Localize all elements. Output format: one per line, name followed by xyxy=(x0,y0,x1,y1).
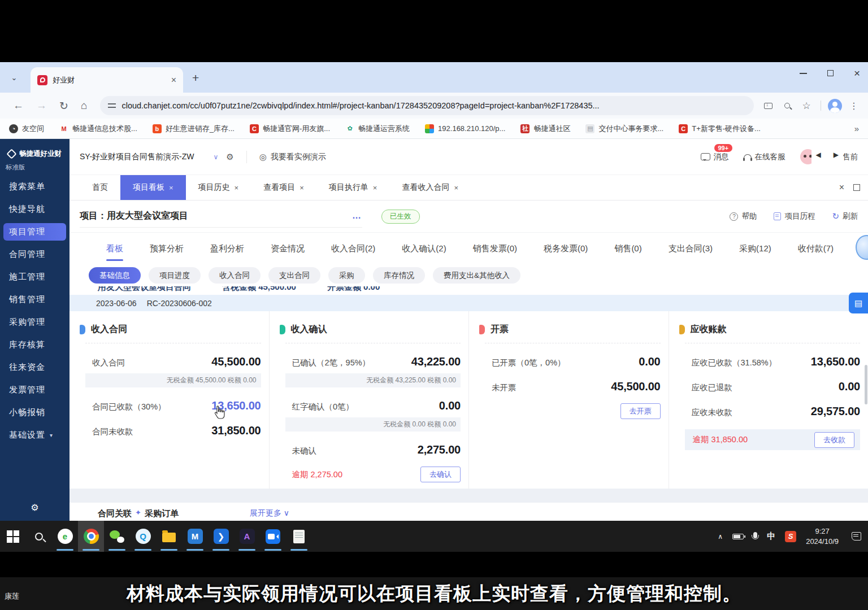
ime-indicator[interactable]: 中 xyxy=(767,531,775,542)
page-tab-project-order[interactable]: 项目执行单× xyxy=(316,175,390,200)
video-meeting-app[interactable] xyxy=(260,521,286,552)
sidebar-item-invoice-mgmt[interactable]: 发票管理 xyxy=(0,378,70,401)
search-button[interactable] xyxy=(26,521,52,552)
bookmark-item[interactable]: 192.168.210.120/p... xyxy=(425,124,505,133)
chevron-down-icon[interactable]: ∨ xyxy=(213,153,218,161)
home-button[interactable]: ⌂ xyxy=(81,99,87,112)
page-tab-view-project[interactable]: 查看项目× xyxy=(251,175,316,200)
go-button[interactable]: 去收款 xyxy=(814,432,854,448)
chrome-browser[interactable] xyxy=(78,521,104,552)
bookmark-item[interactable]: C畅捷通官网-用友旗... xyxy=(250,124,330,134)
sidebar-item-contract-mgmt[interactable]: 合同管理 xyxy=(0,243,70,265)
bookmark-item[interactable]: ◔友空间 xyxy=(9,124,44,134)
bookmark-item[interactable]: 社畅捷通社区 xyxy=(520,124,570,134)
browser-profile-avatar[interactable] xyxy=(828,99,842,113)
section-chip[interactable]: 采购 xyxy=(328,267,365,284)
microphone-icon[interactable] xyxy=(753,532,757,538)
detail-tab[interactable]: 收付款(7) xyxy=(798,233,834,264)
tabs-scroll-right-icon[interactable]: ▶ xyxy=(834,151,839,159)
detail-tab[interactable]: 收入确认(2) xyxy=(402,233,446,264)
detail-tab[interactable]: 税务发票(0) xyxy=(544,233,588,264)
wechat-app[interactable] xyxy=(104,521,130,552)
page-tab-project-kanban[interactable]: 项目看板× xyxy=(120,175,186,200)
detail-tab[interactable]: 盈利分析 xyxy=(210,233,244,264)
qq-browser[interactable]: Q xyxy=(130,521,156,552)
back-button[interactable]: ← xyxy=(13,99,24,112)
workspace-settings-icon[interactable]: ⚙ xyxy=(226,152,233,162)
battery-icon[interactable] xyxy=(732,534,744,539)
detail-tab[interactable]: 预算分析 xyxy=(150,233,184,264)
project-more-icon[interactable]: … xyxy=(352,211,362,221)
ie-browser[interactable]: e xyxy=(52,521,78,552)
install-app-icon[interactable] xyxy=(761,103,775,109)
close-icon[interactable]: × xyxy=(373,184,377,192)
detail-tab[interactable]: 采购(12) xyxy=(739,233,771,264)
close-all-tabs-icon[interactable]: × xyxy=(839,182,844,193)
notepad-app[interactable] xyxy=(286,521,312,552)
bookmark-item[interactable]: ✿畅捷通运营系统 xyxy=(345,124,410,134)
tab-close-icon[interactable]: × xyxy=(171,75,176,85)
new-tab-button[interactable]: + xyxy=(192,71,199,85)
feather-app[interactable]: ❯ xyxy=(208,521,234,552)
bookmark-star-icon[interactable]: ☆ xyxy=(799,100,814,112)
floating-form-button[interactable]: ▤ xyxy=(849,293,868,313)
go-button[interactable]: 去开票 xyxy=(620,403,661,419)
sidebar-item-search-menu[interactable]: 搜索菜单 xyxy=(0,175,70,198)
window-close-button[interactable]: × xyxy=(854,68,860,79)
detail-tab[interactable]: 收入合同(2) xyxy=(331,233,375,264)
bookmark-item[interactable]: M畅捷通信息技术股... xyxy=(59,124,137,134)
section-chip[interactable]: 项目进度 xyxy=(149,267,201,284)
section-chip[interactable]: 支出合同 xyxy=(268,267,320,284)
sidebar-item-inventory-accounting[interactable]: 库存核算 xyxy=(0,333,70,356)
sidebar-item-sales-mgmt[interactable]: 销售管理 xyxy=(0,288,70,311)
page-tab-view-income-contract[interactable]: 查看收入合同× xyxy=(389,175,471,200)
project-history-button[interactable]: 项目历程 xyxy=(774,211,815,221)
sidebar-item-project-mgmt[interactable]: 项目管理 xyxy=(3,223,66,241)
sidebar-item-funds[interactable]: 往来资金 xyxy=(0,356,70,378)
bookmark-item[interactable]: b好生意进销存_库存... xyxy=(153,124,235,134)
sidebar-gear-icon[interactable]: ⚙ xyxy=(0,502,70,513)
zoom-search-icon[interactable] xyxy=(780,103,795,108)
sidebar-item-basic-settings[interactable]: 基础设置▾ xyxy=(0,424,70,446)
site-settings-icon[interactable] xyxy=(108,103,116,108)
close-icon[interactable]: × xyxy=(235,184,239,192)
notification-center-icon[interactable] xyxy=(852,532,861,541)
page-tab-home[interactable]: 首页 xyxy=(80,175,120,200)
expand-more-link[interactable]: 展开更多 ∨ xyxy=(250,508,289,518)
sidebar-item-construction-mgmt[interactable]: 施工管理 xyxy=(0,265,70,288)
m-docs-app[interactable]: M xyxy=(182,521,208,552)
sogou-input-icon[interactable]: S xyxy=(785,531,796,542)
sidebar-item-quick-nav[interactable]: 快捷导航 xyxy=(0,198,70,220)
close-icon[interactable]: × xyxy=(169,184,173,192)
bookmarks-overflow-icon[interactable]: » xyxy=(854,124,859,133)
browser-tab[interactable]: 好业财 × xyxy=(31,67,183,93)
detail-tab[interactable]: 销售发票(0) xyxy=(473,233,517,264)
bookmark-item[interactable]: ▤交付中心事务要求... xyxy=(585,124,663,134)
scrollbar-thumb[interactable] xyxy=(865,365,867,404)
window-minimize-button[interactable] xyxy=(800,73,807,74)
detail-tab[interactable]: 看板 xyxy=(106,233,123,264)
sidebar-item-purchase-mgmt[interactable]: 采购管理 xyxy=(0,311,70,333)
file-explorer[interactable] xyxy=(156,521,182,552)
help-button[interactable]: ?帮助 xyxy=(730,211,757,221)
bookmark-item[interactable]: CT+新零售-硬件设备... xyxy=(679,124,761,134)
support-button[interactable]: 在线客服 xyxy=(744,152,785,162)
section-chip[interactable]: 基础信息 xyxy=(89,267,141,284)
close-icon[interactable]: × xyxy=(300,184,304,192)
section-chip[interactable]: 费用支出&其他收入 xyxy=(433,267,520,284)
close-icon[interactable]: × xyxy=(454,184,458,192)
section-chip[interactable]: 库存情况 xyxy=(373,267,425,284)
workspace-selector[interactable]: SY-好业财项目合同售前演示-ZW xyxy=(80,152,194,162)
go-button[interactable]: 去确认 xyxy=(420,467,461,482)
forward-button[interactable]: → xyxy=(36,99,47,112)
address-bar[interactable]: cloud.chanjet.com/cc/u0f07putz1ne/2cwbiv… xyxy=(100,96,754,115)
browser-menu-icon[interactable]: ⋮ xyxy=(847,101,861,111)
tab-search-chevron-icon[interactable]: ⌄ xyxy=(7,70,21,85)
refresh-button[interactable]: ↻刷新 xyxy=(832,211,858,221)
taskbar-clock[interactable]: 9:27 2024/10/9 xyxy=(806,526,839,546)
tray-chevron-up-icon[interactable]: ∧ xyxy=(718,533,723,541)
demo-link[interactable]: ◎ 我要看实例演示 xyxy=(259,152,326,162)
a-design-app[interactable]: A xyxy=(234,521,260,552)
detail-tab[interactable]: 资金情况 xyxy=(271,233,305,264)
reload-button[interactable]: ↻ xyxy=(59,99,68,112)
